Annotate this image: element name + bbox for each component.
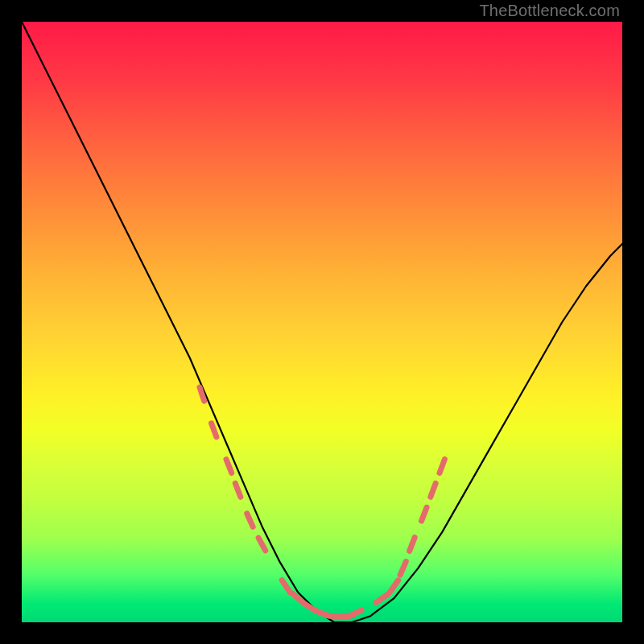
svg-line-12 — [349, 610, 361, 617]
svg-line-6 — [282, 580, 290, 592]
svg-line-16 — [410, 538, 415, 551]
attribution-text: TheBottleneck.com — [479, 2, 620, 20]
svg-line-13 — [376, 594, 388, 602]
svg-line-4 — [247, 514, 253, 526]
plot-area — [22, 22, 622, 622]
svg-line-1 — [212, 423, 217, 437]
highlight-dots — [200, 387, 444, 617]
svg-line-18 — [431, 483, 436, 497]
svg-line-14 — [390, 580, 398, 592]
svg-line-15 — [400, 562, 406, 576]
chart-svg — [22, 22, 622, 622]
svg-line-19 — [440, 460, 444, 473]
svg-line-5 — [258, 538, 266, 551]
svg-line-17 — [422, 507, 427, 521]
svg-line-3 — [235, 483, 241, 497]
svg-line-2 — [226, 460, 232, 473]
outer-frame: TheBottleneck.com — [0, 0, 644, 644]
curve-line — [22, 22, 622, 622]
